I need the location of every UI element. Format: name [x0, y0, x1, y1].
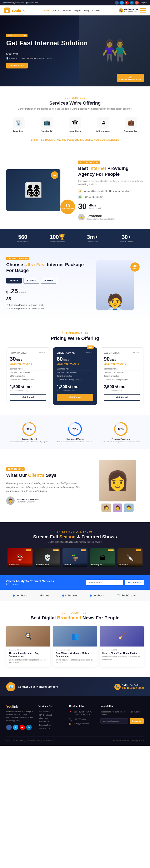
packages-tabs: 25 MBPS 50 MBPS 75 MBPS — [6, 278, 86, 283]
nav-services[interactable]: Services — [62, 9, 71, 12]
newsletter-form: Subscribe — [101, 718, 144, 724]
linkedin-icon[interactable]: in — [130, 1, 134, 5]
footer-services-links: Net Providers ISP Broadband Fiber Optic … — [38, 711, 65, 730]
testimonial-title: What Our Client's Says — [6, 472, 85, 478]
footer-link-homephone[interactable]: Home Phone — [38, 727, 65, 730]
find-address-button[interactable]: Find address — [125, 580, 144, 585]
tab-50mbps[interactable]: 50 MBPS — [24, 278, 39, 283]
logo-text: Youlink — [11, 8, 25, 13]
office-icon: 🖥 — [101, 119, 106, 126]
footer-terms-link[interactable]: Terms & Conditions — [113, 739, 129, 742]
blog-post-title-2[interactable]: Four Ways a Workplace Makes Employment — [55, 652, 95, 658]
googleplus-icon[interactable]: g+ — [135, 1, 139, 5]
footer-facebook-icon[interactable]: f — [6, 724, 12, 730]
packages-badge: CHOOSE YOUR PLAN — [6, 257, 29, 260]
plan-cta-button-3[interactable]: Get Started — [104, 394, 140, 401]
footer-services-col: Services Req Net Providers ISP Broadband… — [38, 705, 65, 730]
contact-email-icon: ✉ — [69, 722, 73, 725]
nav-contact[interactable]: Contact — [92, 9, 100, 12]
speed-desc: Each and their fibers optic cable networ… — [10, 441, 48, 443]
plan-price-label-3: No Contract / Monthly — [104, 390, 140, 392]
hero-cta-button[interactable]: LEARN MORE — [6, 63, 28, 68]
footer-newsletter-title: Newsletter — [101, 705, 144, 708]
tab-75mbps[interactable]: 75 MBPS — [41, 278, 57, 283]
address-input[interactable] — [86, 580, 123, 585]
plan-cta-button-2[interactable]: Get Started — [57, 394, 93, 401]
menu-toggle-button[interactable] — [140, 8, 146, 12]
agency-play-icon[interactable]: ▶ — [51, 172, 58, 179]
services-tagline-link[interactable]: JOIN MORE SERVICES — [96, 139, 119, 141]
feature-monitoring: 85% Proactive Monitoring Each and their … — [98, 422, 144, 443]
testimonial-content: TESTIMONIAL What Our Client's Says Denou… — [6, 467, 85, 505]
facebook-icon[interactable]: f — [115, 1, 119, 5]
hero-meta-include: 📦Internet & Phone Included — [27, 57, 52, 60]
testimonial-author-name: MATHIAS MANSVEN — [17, 498, 39, 501]
stat-num-30: 30+ — [120, 234, 133, 240]
footer-link-business[interactable]: Business Pack — [38, 724, 65, 726]
topbar-language[interactable]: English — [141, 2, 147, 4]
tab-25mbps[interactable]: 25 MBPS — [6, 278, 22, 283]
footer-bottom: © 2022 youlink. All Rights Reserved. Des… — [6, 736, 144, 742]
satellite-icon: 📺 — [43, 119, 50, 126]
newsletter-input[interactable] — [101, 718, 128, 724]
nav-pages[interactable]: Pages — [74, 9, 81, 12]
thumb-3[interactable]: 👨 — [124, 503, 134, 512]
show-card-mounting[interactable]: 🏔 S1 E3 Mounting James — [90, 548, 115, 567]
footer-link-fiber[interactable]: Fiber Optic — [38, 717, 65, 719]
show-card-prison-ghost[interactable]: 👺 S2 E4 Prison Ghost — [7, 548, 33, 567]
nav-home[interactable]: Home — [43, 9, 49, 12]
show-card-duck[interactable]: 🦆 S2 E4 The Duck — [63, 548, 87, 567]
blog-post-title-1[interactable]: The ambitiously named Egg Canvas brunch — [9, 652, 48, 658]
hero-section: BEST SOLUTION Get Fast Internet Solution… — [0, 16, 150, 86]
footer-contact-email: ✉ info@youlink.com — [69, 722, 97, 725]
uptime-desc: End to end Fiber optic cable network by … — [57, 441, 93, 443]
plan-note-3: Aout 8%↑ — [133, 352, 140, 353]
newsletter-subscribe-button[interactable]: Subscribe — [129, 718, 144, 724]
footer-privacy-link[interactable]: Privacy Policy — [132, 739, 144, 742]
show-ep-3: S2 E4 — [81, 550, 86, 551]
plan-cta-button-1[interactable]: Get Started — [10, 394, 46, 401]
plan-features-1: 30 Mbps Includes 15 AP included unlimite… — [10, 367, 46, 381]
footer-link-isp[interactable]: ISP Broadband — [38, 714, 65, 716]
twitter-icon[interactable]: t — [120, 1, 124, 5]
stat-total-services-2: 3m+ Total Services — [87, 234, 98, 243]
satellite-icon-wrap: 📺 — [41, 117, 53, 129]
testimonial-images: 👩 🧑 👩 👨 — [91, 460, 144, 512]
blog-date-2: December 22, 2021 — [55, 649, 95, 651]
footer-link-satellite[interactable]: Satellite TV — [38, 721, 65, 723]
thumb-2[interactable]: 👩 — [113, 503, 122, 512]
agency-author: ✍ Lawrence Happy with Our Services, 01, … — [78, 214, 144, 220]
agency-image: 👨‍👩‍👧‍👦 ▶ — [6, 169, 61, 211]
nav-about[interactable]: About — [53, 9, 59, 12]
office-icon-wrap: 🖥 — [97, 117, 109, 129]
nav-blog[interactable]: Blog — [84, 9, 89, 12]
cta-phone-number: +00 884 022 0000 — [122, 686, 144, 689]
footer-linkedin-icon[interactable]: in — [26, 724, 32, 730]
pricing-label: OUR PRICING PLAN — [6, 332, 144, 334]
show-card-chucky[interactable]: 🔪 S3 E2 Chucky Gill — [117, 548, 143, 567]
show-title-3: The Duck — [64, 564, 86, 566]
footer-link-net[interactable]: Net Providers — [38, 711, 65, 713]
show-card-scared[interactable]: 💀 S2 E4 Scared To Death — [35, 548, 60, 567]
logo-icon — [4, 7, 10, 13]
blog-post-title-3[interactable]: How to Clean Your Home Faster — [102, 652, 141, 655]
logo[interactable]: Youlink — [4, 7, 25, 13]
show-overlay-4: Mounting James — [90, 563, 115, 567]
broadband-icon-wrap: 📡 — [13, 117, 25, 129]
footer-privacy-links: Terms & Conditions Privacy Policy — [113, 739, 144, 742]
testimonial-badge: TESTIMONIAL — [6, 467, 25, 471]
footer-youtube-icon[interactable]: ▶ — [20, 724, 25, 730]
agency-speed: 30 Mbps Speed Internet — [78, 202, 144, 211]
hero-badge: BEST SOLUTION — [6, 34, 28, 37]
nav-phone: 📞 +00 1002 6789 +00 8000 6789 — [119, 8, 138, 13]
footer-twitter-icon[interactable]: t — [13, 724, 18, 730]
stat-label-satisfaction: Client Satisfaction — [50, 241, 66, 243]
check-area-text: Check Ability To Connect Services In You… — [6, 580, 54, 586]
youtube-icon[interactable]: ▶ — [125, 1, 129, 5]
uptime-progress-ring: 79% — [68, 422, 82, 436]
business-label: Business Pack — [124, 130, 139, 132]
cta-phone-label: Call Us For Order — [122, 684, 144, 686]
plan-note-2: Aout 8%↑ — [86, 352, 93, 353]
thumb-1[interactable]: 🧑 — [102, 503, 111, 512]
cta-phone-icon: 📞 — [114, 684, 121, 690]
